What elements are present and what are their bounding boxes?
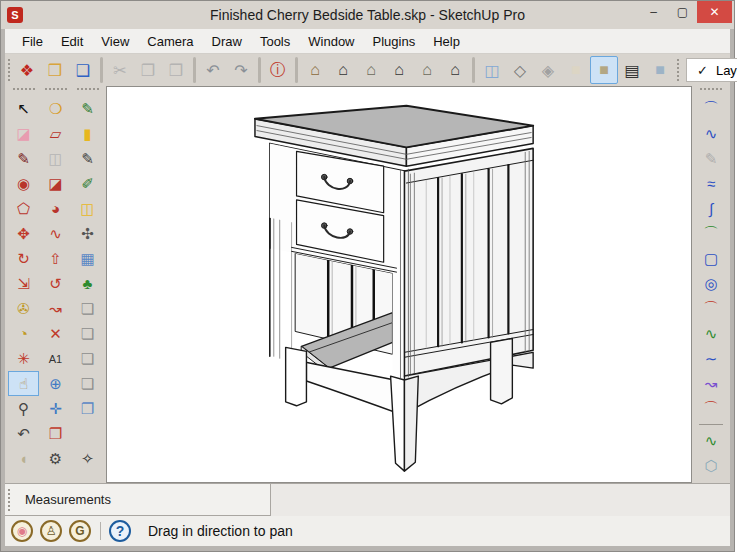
select-tool[interactable]: ↖: [8, 96, 39, 121]
followme-axes-plugin-tool[interactable]: ✣: [72, 221, 103, 246]
minimize-button[interactable]: –: [639, 1, 668, 23]
view-front-button[interactable]: ⌂: [357, 56, 385, 84]
maximize-button[interactable]: ▢: [668, 1, 697, 23]
tape-measure-tool[interactable]: ✇: [8, 296, 39, 321]
bedside-table-model[interactable]: [107, 87, 691, 482]
bezier-rounded-rect-tool[interactable]: ▢: [697, 246, 725, 271]
zoom-window-tool[interactable]: ❐: [40, 421, 71, 446]
style-back-edges-button[interactable]: ▤: [618, 56, 646, 84]
polygon-tool[interactable]: ⬠: [8, 196, 39, 221]
line-plus-tool[interactable]: ✎: [72, 146, 103, 171]
move-tool[interactable]: ✥: [8, 221, 39, 246]
toolbar-grip[interactable]: [13, 88, 35, 94]
follow-me-tool[interactable]: ↺: [40, 271, 71, 296]
style-xray-button[interactable]: ◫: [478, 56, 506, 84]
style-wireframe-button[interactable]: ◇: [506, 56, 534, 84]
circle-tool[interactable]: ◉: [8, 171, 39, 196]
google-icon[interactable]: G: [69, 520, 91, 542]
offset-tool[interactable]: ↝: [40, 296, 71, 321]
paste-button[interactable]: ❒: [162, 56, 190, 84]
protractor-tool[interactable]: ◔: [8, 321, 39, 346]
model-info-button[interactable]: ⓘ: [264, 56, 292, 84]
toolbar-grip[interactable]: [677, 59, 683, 81]
bezier-wave-tool[interactable]: ≈: [697, 171, 725, 196]
toolbar-grip[interactable]: [8, 489, 14, 511]
bezier-zigzag2-tool[interactable]: ∿: [697, 428, 725, 453]
view-iso-button[interactable]: ⌂: [301, 56, 329, 84]
rectangle-tool[interactable]: ▱: [40, 121, 71, 146]
freehand-tool[interactable]: ∿: [40, 221, 71, 246]
geolocation-icon[interactable]: ◉: [11, 520, 33, 542]
push-pull-tool[interactable]: ⇧: [40, 246, 71, 271]
compass-plugin-tool[interactable]: ✧: [72, 446, 103, 471]
bezier-spiral-tool[interactable]: ◎: [697, 271, 725, 296]
toolbar-grip[interactable]: [77, 88, 99, 94]
bezier-polyline-tool[interactable]: ∿: [697, 121, 725, 146]
undo-button[interactable]: ↶: [199, 56, 227, 84]
pie-arc-tool[interactable]: ◕: [40, 196, 71, 221]
bezier-zigzag-green-tool[interactable]: ∿: [697, 321, 725, 346]
tree-component-tool[interactable]: ♣: [72, 271, 103, 296]
scale-tool[interactable]: ⇲: [8, 271, 39, 296]
toolbar-grip[interactable]: [8, 59, 10, 81]
bezier-arc-red2-tool[interactable]: ⌒: [697, 396, 725, 421]
style-shaded-button[interactable]: ■: [562, 56, 590, 84]
view-back-button[interactable]: ⌂: [413, 56, 441, 84]
zoom-previous-tool[interactable]: ↶: [8, 421, 39, 446]
component-plugin-tool[interactable]: ▮: [72, 121, 103, 146]
pan-tool[interactable]: ☝: [8, 371, 39, 396]
title-bar[interactable]: S Finished Cherry Bedside Table.skp - Sk…: [1, 1, 734, 29]
orbit-tool[interactable]: ⊕: [40, 371, 71, 396]
toolbar-grip[interactable]: [700, 88, 722, 94]
layer-dropdown[interactable]: ✓ Layer0: [686, 58, 737, 82]
eraser-tool[interactable]: ◪: [8, 121, 39, 146]
cut-button[interactable]: ✂: [106, 56, 134, 84]
menu-camera[interactable]: Camera: [138, 31, 202, 52]
zoom-tool[interactable]: ⚲: [8, 396, 39, 421]
menu-plugins[interactable]: Plugins: [364, 31, 425, 52]
text-tool[interactable]: A1: [40, 346, 71, 371]
style-shaded-textures-button[interactable]: ■: [590, 56, 618, 84]
bezier-curve-tool[interactable]: ∼: [697, 346, 725, 371]
section-plane-tool-2[interactable]: ❏: [72, 321, 103, 346]
menu-window[interactable]: Window: [299, 31, 363, 52]
shapes-tool[interactable]: ◫: [40, 146, 71, 171]
style-hidden-line-button[interactable]: ◈: [534, 56, 562, 84]
rotated-rectangle-tool[interactable]: ◪: [40, 171, 71, 196]
menu-view[interactable]: View: [92, 31, 138, 52]
dome-plugin-tool[interactable]: ◖: [8, 446, 39, 471]
bezier-s-curve-tool[interactable]: ∫: [697, 196, 725, 221]
zoom-extents-tool[interactable]: ✛: [40, 396, 71, 421]
credits-person-icon[interactable]: ♙: [40, 520, 62, 542]
dimension-pencil-tool[interactable]: ✎: [72, 96, 103, 121]
section-plane-blue-tool[interactable]: ❐: [72, 396, 103, 421]
paint-bucket-tool[interactable]: ❍: [40, 96, 71, 121]
save-button[interactable]: ❑: [69, 56, 97, 84]
menu-tools[interactable]: Tools: [251, 31, 299, 52]
section-plane-tool-4[interactable]: ❏: [72, 371, 103, 396]
sandbox-grid-tool[interactable]: ▦: [72, 246, 103, 271]
bezier-arc-red-tool[interactable]: ⌒: [697, 296, 725, 321]
open-button[interactable]: ❒: [41, 56, 69, 84]
settings-gear-tool[interactable]: ⚙: [40, 446, 71, 471]
view-right-button[interactable]: ⌂: [385, 56, 413, 84]
bezier-curve-purple-tool[interactable]: ↝: [697, 371, 725, 396]
menu-file[interactable]: File: [13, 31, 52, 52]
bezier-polygon-tool[interactable]: ⬡: [697, 453, 725, 478]
redo-button[interactable]: ↷: [227, 56, 255, 84]
position-camera-tool[interactable]: ✕: [40, 321, 71, 346]
view-left-button[interactable]: ⌂: [441, 56, 469, 84]
axes-tool[interactable]: ✳: [8, 346, 39, 371]
copy-button[interactable]: ❐: [134, 56, 162, 84]
close-button[interactable]: ✕: [697, 1, 732, 23]
drawing-canvas[interactable]: [106, 86, 692, 483]
measurements-value-area[interactable]: [271, 484, 730, 516]
bezier-edit-tool[interactable]: ✎: [697, 146, 725, 171]
rotate-tool[interactable]: ↻: [8, 246, 39, 271]
bezier-arc-tool[interactable]: ⌒: [697, 96, 725, 121]
line-tool[interactable]: ✎: [8, 146, 39, 171]
freehand-dashed-tool[interactable]: ✐: [72, 171, 103, 196]
view-top-button[interactable]: ⌂: [329, 56, 357, 84]
bezier-arc-green-tool[interactable]: ⌒: [697, 221, 725, 246]
menu-help[interactable]: Help: [424, 31, 469, 52]
